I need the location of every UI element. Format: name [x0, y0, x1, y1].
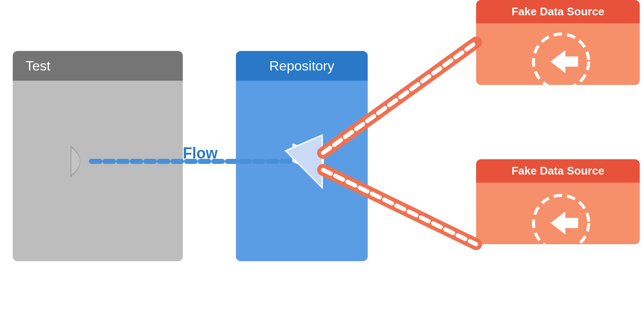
- fake-source-bottom-body: [476, 183, 640, 244]
- repo-body: [236, 81, 368, 261]
- fake-source-bottom-header: Fake Data Source: [476, 159, 640, 183]
- test-header: Test: [13, 51, 183, 81]
- input-label-top: Input: [398, 79, 424, 98]
- fake-source-top-title: Fake Data Source: [511, 5, 604, 18]
- fake-source-top-block: Fake Data Source: [476, 0, 640, 85]
- canvas: Test Repository Fake Data Source Fake Da…: [0, 0, 644, 313]
- test-body: [13, 81, 183, 261]
- fake-source-bottom-title: Fake Data Source: [511, 164, 604, 178]
- test-block: Test: [13, 51, 183, 261]
- repo-header: Repository: [236, 51, 368, 81]
- repo-block: Repository: [236, 51, 368, 261]
- fake-source-top-header: Fake Data Source: [476, 0, 640, 23]
- flow-label: Flow: [183, 144, 218, 162]
- fake-source-bottom-block: Fake Data Source: [476, 159, 640, 244]
- input-label-bottom: Input: [398, 204, 424, 223]
- test-title: Test: [26, 58, 51, 74]
- fake-source-top-body: [476, 23, 640, 85]
- repo-title: Repository: [270, 58, 335, 74]
